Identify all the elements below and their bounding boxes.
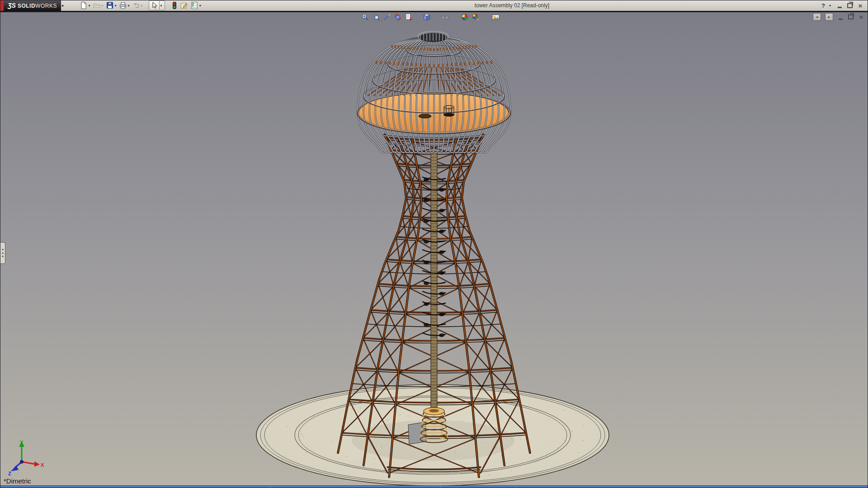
brand-name-solid: SOLID [18, 3, 35, 9]
new-document-button[interactable] [79, 1, 89, 10]
section-view-icon [383, 13, 391, 21]
x-axis-label: X [41, 462, 44, 468]
edit-annotation-button[interactable] [179, 1, 189, 10]
status-divider [440, 486, 440, 488]
annotations-icon [405, 13, 413, 21]
hide-show-items-button[interactable] [439, 13, 450, 22]
save-caret[interactable]: ▾ [115, 4, 117, 8]
open-folder-icon [93, 1, 101, 9]
zoom-to-fit-button[interactable] [360, 13, 371, 22]
panel-arrow-icon: ◄ [1, 248, 4, 251]
window-title: tower Assembly 02 [Read-only] [203, 2, 821, 9]
view-orientation-button[interactable] [421, 13, 432, 22]
edit-appearance-button[interactable] [459, 13, 470, 22]
undo-button[interactable] [131, 1, 141, 10]
section-view-button[interactable] [382, 13, 392, 22]
new-document-icon [80, 1, 88, 9]
toolbar-overflow-arrow[interactable]: ▸ [62, 3, 64, 8]
view-traffic-light-icon [170, 1, 179, 9]
open-button[interactable] [92, 1, 102, 10]
heads-up-toolbar [360, 13, 501, 22]
design-checker-button[interactable] [189, 1, 199, 10]
status-divider [515, 486, 516, 488]
doc-restore-button[interactable] [848, 14, 854, 21]
apply-scene-icon [472, 13, 480, 21]
annotations-button[interactable] [403, 13, 414, 22]
doc-minimize-button[interactable] [837, 14, 844, 21]
pane-collapse-right-button[interactable]: ► [825, 13, 833, 21]
feature-manager-collapsed-tab[interactable]: ◄ ◄ ◄ [0, 242, 5, 264]
title-bar: ƷS SOLIDWORKS ▸ ▾ ▾ ▾ [0, 0, 868, 11]
brand-name-works: WORKS [35, 3, 57, 9]
view-settings-icon [491, 13, 500, 21]
panel-arrow-icon: ◄ [1, 255, 4, 258]
undo-icon [132, 1, 140, 9]
restore-button[interactable] [847, 2, 853, 9]
panel-arrow-icon: ◄ [1, 252, 4, 255]
solidworks-logo-glyph: ƷS [8, 2, 16, 9]
zoom-to-fit-icon [361, 13, 369, 21]
y-axis-label: Y [20, 440, 24, 445]
pane-collapse-left-button[interactable]: ◄ [813, 13, 821, 21]
view-orientation-cube-icon [423, 13, 431, 21]
open-caret: ▾ [102, 4, 104, 8]
z-axis-label: Z [8, 471, 11, 476]
status-divider [270, 486, 271, 488]
apply-scene-button[interactable] [470, 13, 481, 22]
doc-close-button[interactable]: × [858, 14, 864, 21]
zoom-to-area-button[interactable] [371, 13, 382, 22]
traffic-light-button[interactable] [170, 1, 179, 10]
rotate-view-button[interactable] [392, 13, 403, 22]
reference-triad: Y X Z [5, 439, 47, 476]
select-tool-button[interactable] [149, 0, 160, 10]
hide-show-glasses-icon [441, 13, 449, 21]
logo-red-stripe [0, 0, 4, 11]
select-cursor-icon [150, 1, 158, 9]
save-button[interactable] [105, 1, 115, 10]
save-floppy-icon [106, 1, 114, 9]
undo-caret: ▾ [141, 4, 143, 8]
menu-separator [0, 11, 868, 12]
rotate-view-icon [394, 13, 402, 21]
status-bar [0, 485, 868, 488]
zoom-to-area-icon [372, 13, 380, 21]
print-icon [119, 1, 127, 9]
select-tool-caret[interactable]: ▾ [160, 0, 165, 10]
help-caret[interactable]: ▾ [829, 4, 831, 8]
model-viewport[interactable] [0, 0, 868, 488]
view-orientation-label: *Dimetric [4, 477, 31, 485]
design-checker-caret[interactable]: ▾ [199, 4, 201, 8]
platform-hatch [419, 114, 431, 118]
minimize-button[interactable] [836, 2, 843, 9]
print-caret[interactable]: ▾ [128, 4, 130, 8]
new-document-caret[interactable]: ▾ [89, 4, 90, 8]
edit-annotation-icon [180, 1, 189, 9]
main-toolbar: ▾ ▾ ▾ ▾ [79, 0, 203, 10]
edit-appearance-ball-icon [461, 13, 469, 21]
solidworks-logo: ƷS SOLIDWORKS [4, 0, 61, 11]
x-axis-arrow [34, 461, 40, 467]
document-window-controls: ◄ ► × [813, 13, 864, 21]
help-button[interactable]: ? [821, 2, 825, 9]
view-settings-button[interactable] [490, 13, 501, 22]
close-button[interactable]: × [857, 2, 863, 9]
design-checker-icon [190, 1, 198, 9]
print-button[interactable] [118, 1, 128, 10]
